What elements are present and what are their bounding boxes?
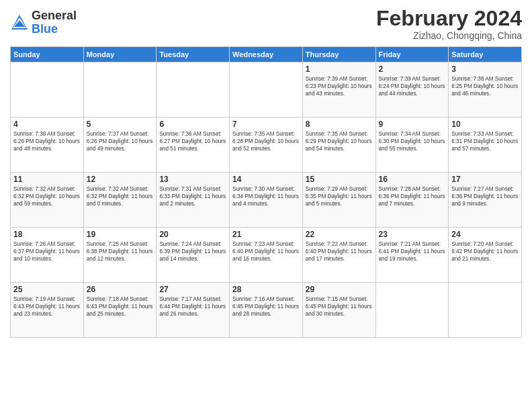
col-header-saturday: Saturday — [449, 47, 522, 62]
day-cell: 5Sunrise: 7:37 AM Sunset: 6:26 PM Daylig… — [83, 118, 157, 173]
day-info: Sunrise: 7:36 AM Sunset: 6:27 PM Dayligh… — [159, 130, 226, 152]
day-cell: 14Sunrise: 7:30 AM Sunset: 6:34 PM Dayli… — [230, 173, 303, 228]
day-cell: 18Sunrise: 7:26 AM Sunset: 6:37 PM Dayli… — [11, 228, 84, 283]
day-cell — [230, 62, 303, 118]
day-info: Sunrise: 7:39 AM Sunset: 6:24 PM Dayligh… — [379, 75, 446, 97]
day-cell: 6Sunrise: 7:36 AM Sunset: 6:27 PM Daylig… — [157, 118, 230, 173]
day-info: Sunrise: 7:38 AM Sunset: 6:26 PM Dayligh… — [13, 130, 81, 152]
day-cell: 16Sunrise: 7:28 AM Sunset: 6:36 PM Dayli… — [375, 173, 449, 228]
location-subtitle: Zizhao, Chongqing, China — [376, 30, 522, 41]
day-info: Sunrise: 7:28 AM Sunset: 6:36 PM Dayligh… — [379, 185, 446, 208]
day-cell — [375, 283, 449, 338]
day-info: Sunrise: 7:32 AM Sunset: 6:32 PM Dayligh… — [13, 185, 81, 208]
day-info: Sunrise: 7:16 AM Sunset: 6:45 PM Dayligh… — [232, 295, 300, 318]
day-number: 29 — [306, 285, 373, 294]
day-info: Sunrise: 7:26 AM Sunset: 6:37 PM Dayligh… — [13, 240, 81, 263]
day-info: Sunrise: 7:25 AM Sunset: 6:38 PM Dayligh… — [87, 240, 154, 263]
logo: General Blue — [10, 9, 77, 36]
day-info: Sunrise: 7:23 AM Sunset: 6:40 PM Dayligh… — [232, 240, 300, 263]
day-number: 4 — [13, 120, 81, 129]
day-number: 15 — [306, 175, 373, 184]
day-number: 22 — [306, 230, 373, 239]
day-number: 1 — [306, 64, 373, 74]
day-number: 18 — [13, 230, 81, 239]
day-number: 14 — [232, 175, 300, 184]
day-cell — [11, 62, 84, 118]
day-info: Sunrise: 7:30 AM Sunset: 6:34 PM Dayligh… — [232, 185, 300, 208]
day-cell: 17Sunrise: 7:27 AM Sunset: 6:36 PM Dayli… — [449, 173, 522, 228]
day-cell — [83, 62, 157, 118]
day-number: 16 — [379, 175, 446, 184]
day-number: 28 — [232, 285, 300, 294]
day-info: Sunrise: 7:18 AM Sunset: 6:43 PM Dayligh… — [87, 295, 154, 318]
week-row-4: 18Sunrise: 7:26 AM Sunset: 6:37 PM Dayli… — [11, 228, 522, 283]
day-info: Sunrise: 7:35 AM Sunset: 6:28 PM Dayligh… — [232, 130, 300, 152]
day-number: 25 — [13, 285, 81, 294]
day-info: Sunrise: 7:27 AM Sunset: 6:36 PM Dayligh… — [451, 185, 519, 208]
col-header-thursday: Thursday — [302, 47, 375, 62]
day-cell: 10Sunrise: 7:33 AM Sunset: 6:31 PM Dayli… — [449, 118, 522, 173]
day-cell: 15Sunrise: 7:29 AM Sunset: 6:35 PM Dayli… — [302, 173, 375, 228]
day-cell: 8Sunrise: 7:35 AM Sunset: 6:29 PM Daylig… — [302, 118, 375, 173]
day-number: 5 — [87, 120, 154, 129]
day-cell: 12Sunrise: 7:32 AM Sunset: 6:32 PM Dayli… — [83, 173, 157, 228]
col-header-sunday: Sunday — [11, 47, 84, 62]
day-number: 9 — [379, 120, 446, 129]
day-cell: 11Sunrise: 7:32 AM Sunset: 6:32 PM Dayli… — [11, 173, 84, 228]
day-info: Sunrise: 7:37 AM Sunset: 6:26 PM Dayligh… — [87, 130, 154, 152]
header-row: SundayMondayTuesdayWednesdayThursdayFrid… — [11, 47, 522, 62]
day-cell: 25Sunrise: 7:19 AM Sunset: 6:43 PM Dayli… — [11, 283, 84, 338]
day-number: 19 — [87, 230, 154, 239]
day-info: Sunrise: 7:39 AM Sunset: 6:23 PM Dayligh… — [306, 75, 373, 97]
day-info: Sunrise: 7:32 AM Sunset: 6:32 PM Dayligh… — [87, 185, 154, 208]
logo-blue: Blue — [32, 23, 77, 36]
day-number: 7 — [232, 120, 300, 129]
col-header-monday: Monday — [83, 47, 157, 62]
day-cell: 24Sunrise: 7:20 AM Sunset: 6:42 PM Dayli… — [449, 228, 522, 283]
col-header-tuesday: Tuesday — [157, 47, 230, 62]
logo-text: General Blue — [32, 9, 77, 36]
day-info: Sunrise: 7:31 AM Sunset: 6:33 PM Dayligh… — [159, 185, 226, 208]
day-number: 11 — [13, 175, 81, 184]
day-cell: 26Sunrise: 7:18 AM Sunset: 6:43 PM Dayli… — [83, 283, 157, 338]
calendar-table: SundayMondayTuesdayWednesdayThursdayFrid… — [10, 46, 522, 338]
day-number: 12 — [87, 175, 154, 184]
day-info: Sunrise: 7:38 AM Sunset: 6:25 PM Dayligh… — [451, 75, 519, 97]
day-number: 10 — [451, 120, 519, 129]
day-info: Sunrise: 7:35 AM Sunset: 6:29 PM Dayligh… — [306, 130, 373, 152]
day-number: 8 — [306, 120, 373, 129]
day-cell: 20Sunrise: 7:24 AM Sunset: 6:39 PM Dayli… — [157, 228, 230, 283]
day-cell: 9Sunrise: 7:34 AM Sunset: 6:30 PM Daylig… — [375, 118, 449, 173]
day-cell: 21Sunrise: 7:23 AM Sunset: 6:40 PM Dayli… — [230, 228, 303, 283]
day-cell: 23Sunrise: 7:21 AM Sunset: 6:41 PM Dayli… — [375, 228, 449, 283]
day-info: Sunrise: 7:20 AM Sunset: 6:42 PM Dayligh… — [451, 240, 519, 263]
day-number: 3 — [451, 64, 519, 74]
day-number: 13 — [159, 175, 226, 184]
logo-general: General — [32, 9, 77, 23]
week-row-2: 4Sunrise: 7:38 AM Sunset: 6:26 PM Daylig… — [11, 118, 522, 173]
day-cell: 27Sunrise: 7:17 AM Sunset: 6:44 PM Dayli… — [157, 283, 230, 338]
day-number: 27 — [159, 285, 226, 294]
calendar-page: General Blue February 2024 Zizhao, Chong… — [0, 0, 532, 411]
day-cell: 4Sunrise: 7:38 AM Sunset: 6:26 PM Daylig… — [11, 118, 84, 173]
logo-icon — [10, 13, 29, 32]
day-cell: 19Sunrise: 7:25 AM Sunset: 6:38 PM Dayli… — [83, 228, 157, 283]
day-info: Sunrise: 7:17 AM Sunset: 6:44 PM Dayligh… — [159, 295, 226, 318]
day-number: 21 — [232, 230, 300, 239]
month-title: February 2024 — [376, 7, 522, 30]
day-number: 20 — [159, 230, 226, 239]
day-cell: 1Sunrise: 7:39 AM Sunset: 6:23 PM Daylig… — [302, 62, 375, 118]
title-area: February 2024 Zizhao, Chongqing, China — [376, 7, 522, 41]
day-info: Sunrise: 7:34 AM Sunset: 6:30 PM Dayligh… — [379, 130, 446, 152]
day-info: Sunrise: 7:33 AM Sunset: 6:31 PM Dayligh… — [451, 130, 519, 152]
day-info: Sunrise: 7:24 AM Sunset: 6:39 PM Dayligh… — [159, 240, 226, 263]
header: General Blue February 2024 Zizhao, Chong… — [10, 7, 522, 41]
day-cell — [449, 283, 522, 338]
day-number: 6 — [159, 120, 226, 129]
day-info: Sunrise: 7:21 AM Sunset: 6:41 PM Dayligh… — [379, 240, 446, 263]
day-number: 23 — [379, 230, 446, 239]
day-number: 26 — [87, 285, 154, 294]
day-info: Sunrise: 7:22 AM Sunset: 6:40 PM Dayligh… — [306, 240, 373, 263]
week-row-3: 11Sunrise: 7:32 AM Sunset: 6:32 PM Dayli… — [11, 173, 522, 228]
day-info: Sunrise: 7:29 AM Sunset: 6:35 PM Dayligh… — [306, 185, 373, 208]
